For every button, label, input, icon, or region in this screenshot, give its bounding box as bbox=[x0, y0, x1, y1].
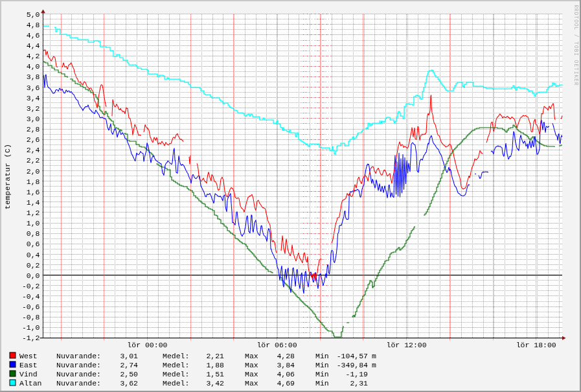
svg-text:4,2: 4,2 bbox=[27, 52, 40, 60]
svg-text:Max: Max bbox=[245, 370, 258, 378]
svg-text:5,0: 5,0 bbox=[27, 10, 40, 19]
svg-text:0,4: 0,4 bbox=[27, 251, 40, 259]
svg-text:2,8: 2,8 bbox=[27, 125, 40, 133]
svg-text:2,2: 2,2 bbox=[27, 156, 40, 165]
svg-text:Max: Max bbox=[245, 361, 258, 369]
svg-text:-0,6: -0,6 bbox=[22, 303, 40, 311]
svg-text:-349,84: -349,84 bbox=[337, 361, 368, 369]
svg-text:Vind: Vind bbox=[19, 370, 38, 378]
svg-text:1,6: 1,6 bbox=[27, 188, 40, 196]
svg-text:3,8: 3,8 bbox=[27, 73, 40, 81]
svg-text:-1,19: -1,19 bbox=[345, 370, 368, 378]
svg-text:m: m bbox=[372, 352, 376, 360]
svg-text:1,2: 1,2 bbox=[27, 209, 40, 217]
svg-text:temperatur (C): temperatur (C) bbox=[3, 144, 12, 210]
svg-text:3,62: 3,62 bbox=[120, 379, 138, 387]
svg-text:4,6: 4,6 bbox=[27, 31, 40, 40]
svg-text:1,0: 1,0 bbox=[27, 219, 40, 227]
svg-text:-0,4: -0,4 bbox=[22, 292, 40, 301]
svg-text:m: m bbox=[372, 361, 376, 369]
svg-text:3,6: 3,6 bbox=[27, 84, 40, 92]
svg-text:Altan: Altan bbox=[19, 379, 42, 387]
svg-text:2,0: 2,0 bbox=[27, 167, 40, 176]
svg-text:0,2: 0,2 bbox=[27, 261, 40, 270]
svg-text:Nuvarande:: Nuvarande: bbox=[56, 379, 101, 387]
svg-text:Min: Min bbox=[315, 352, 329, 360]
svg-text:2,50: 2,50 bbox=[120, 370, 138, 378]
svg-text:3,0: 3,0 bbox=[27, 115, 40, 123]
svg-text:-0,8: -0,8 bbox=[22, 313, 40, 321]
svg-text:Medel:: Medel: bbox=[163, 352, 189, 360]
svg-text:4,69: 4,69 bbox=[277, 379, 295, 387]
svg-text:lör 06:00: lör 06:00 bbox=[256, 341, 297, 349]
svg-text:Max: Max bbox=[245, 352, 258, 360]
svg-text:-1,2: -1,2 bbox=[22, 334, 40, 342]
svg-text:Max: Max bbox=[245, 379, 258, 387]
svg-text:Nuvarande:: Nuvarande: bbox=[56, 370, 101, 378]
svg-text:lör 00:00: lör 00:00 bbox=[127, 341, 167, 349]
svg-text:lör 12:00: lör 12:00 bbox=[387, 341, 427, 349]
svg-text:Min: Min bbox=[315, 370, 329, 378]
svg-text:4,06: 4,06 bbox=[277, 370, 295, 378]
svg-text:-1,0: -1,0 bbox=[22, 323, 40, 332]
svg-text:Medel:: Medel: bbox=[163, 361, 189, 369]
svg-text:1,4: 1,4 bbox=[27, 198, 40, 207]
svg-text:0,8: 0,8 bbox=[27, 229, 40, 238]
svg-text:3,4: 3,4 bbox=[27, 94, 40, 102]
svg-text:-104,57: -104,57 bbox=[337, 352, 368, 360]
svg-text:East: East bbox=[19, 361, 38, 369]
svg-text:Nuvarande:: Nuvarande: bbox=[56, 361, 101, 369]
svg-text:lör 18:00: lör 18:00 bbox=[516, 341, 556, 349]
svg-text:3,01: 3,01 bbox=[120, 352, 138, 360]
svg-text:1,8: 1,8 bbox=[27, 178, 40, 186]
svg-text:4,8: 4,8 bbox=[27, 21, 40, 29]
svg-text:4,4: 4,4 bbox=[27, 41, 40, 50]
svg-text:2,21: 2,21 bbox=[206, 352, 224, 360]
svg-text:RRDTOOL / TOBI OETIKER: RRDTOOL / TOBI OETIKER bbox=[573, 5, 579, 86]
svg-text:0,0: 0,0 bbox=[27, 271, 40, 280]
svg-text:West: West bbox=[19, 352, 38, 360]
svg-text:0,6: 0,6 bbox=[27, 240, 40, 248]
svg-text:Min: Min bbox=[315, 361, 329, 369]
svg-text:Min: Min bbox=[315, 379, 329, 387]
svg-text:4,0: 4,0 bbox=[27, 62, 40, 71]
svg-text:3,2: 3,2 bbox=[27, 104, 40, 113]
svg-text:Medel:: Medel: bbox=[163, 379, 189, 387]
svg-text:2,6: 2,6 bbox=[27, 135, 40, 144]
svg-text:2,74: 2,74 bbox=[120, 361, 138, 369]
svg-text:1,51: 1,51 bbox=[206, 370, 224, 378]
svg-text:2,4: 2,4 bbox=[27, 146, 40, 154]
svg-text:1,88: 1,88 bbox=[206, 361, 224, 369]
svg-text:-0,2: -0,2 bbox=[22, 282, 40, 290]
svg-text:2,31: 2,31 bbox=[350, 379, 368, 387]
svg-text:Medel:: Medel: bbox=[163, 370, 189, 378]
svg-text:4,28: 4,28 bbox=[277, 352, 295, 360]
svg-text:Nuvarande:: Nuvarande: bbox=[56, 352, 101, 360]
svg-text:3,42: 3,42 bbox=[206, 379, 224, 387]
svg-text:3,84: 3,84 bbox=[277, 361, 295, 369]
